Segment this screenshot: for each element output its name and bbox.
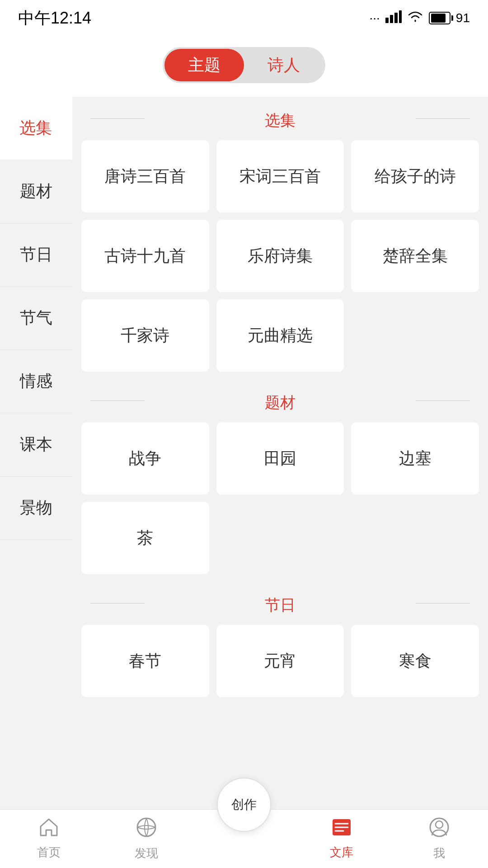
grid-item-empty [351,299,479,372]
discover-icon [136,816,157,842]
grid-row: 战争 田园 边塞 [81,422,479,495]
main-content: 选集 题材 节日 节气 情感 课本 景物 选集 唐诗三百首 [0,97,488,811]
section-header-jieri: 节日 [81,581,479,625]
nav-item-discover[interactable]: 发现 [98,816,195,861]
sidebar-item-xuanji[interactable]: 选集 [0,97,72,160]
grid-row: 茶 [81,502,479,574]
battery-icon [429,12,450,24]
grid-item-chuci[interactable]: 楚辞全集 [351,220,479,292]
grid-item-yuanqu[interactable]: 元曲精选 [216,299,344,372]
grid-item-chunjie[interactable]: 春节 [81,625,209,697]
grid-item-tianyuan[interactable]: 田园 [216,422,344,495]
grid-row: 千家诗 元曲精选 [81,299,479,372]
library-icon [331,817,352,841]
battery-percent: 91 [456,11,470,25]
svg-point-4 [137,818,155,836]
grid-item-gushi19[interactable]: 古诗十九首 [81,220,209,292]
grid-item-empty [216,502,344,574]
grid-item-songci[interactable]: 宋词三百首 [216,140,344,212]
svg-rect-0 [385,18,389,23]
nav-label-me: 我 [433,845,445,861]
grid-item-biansai[interactable]: 边塞 [351,422,479,495]
nav-item-library[interactable]: 文库 [293,817,390,860]
grid-item-hanshi[interactable]: 寒食 [351,625,479,697]
tab-theme[interactable]: 主题 [164,49,244,81]
grid-item-qianjia[interactable]: 千家诗 [81,299,209,372]
profile-icon [428,816,450,842]
status-time: 中午12:14 [18,7,91,29]
wifi-icon [407,10,423,26]
nav-item-me[interactable]: 我 [390,816,488,861]
svg-rect-2 [394,13,398,23]
content-area: 选集 唐诗三百首 宋词三百首 给孩子的诗 古诗十九首 乐府诗集 楚辞全集 [72,97,488,811]
nav-item-home[interactable]: 首页 [0,817,98,860]
sidebar: 选集 题材 节日 节气 情感 课本 景物 [0,97,72,811]
fab-container: 创作 [217,778,271,832]
grid-item-zhanzheng[interactable]: 战争 [81,422,209,495]
nav-label-discover: 发现 [135,845,158,861]
section-header-xuanji: 选集 [81,97,479,140]
nav-label-library: 文库 [330,844,353,860]
sidebar-item-qinggan[interactable]: 情感 [0,350,72,413]
signal-bars-icon [385,10,402,26]
grid-item-yuefu[interactable]: 乐府诗集 [216,220,344,292]
create-fab-button[interactable]: 创作 [217,778,271,832]
grid-row: 古诗十九首 乐府诗集 楚辞全集 [81,220,479,292]
grid-item-yuanxiao[interactable]: 元宵 [216,625,344,697]
svg-rect-1 [390,15,393,23]
grid-item-haizi[interactable]: 给孩子的诗 [351,140,479,212]
home-icon [38,817,60,841]
sidebar-item-ticai[interactable]: 题材 [0,160,72,223]
nav-label-home: 首页 [37,844,61,860]
grid-row: 唐诗三百首 宋词三百首 给孩子的诗 [81,140,479,212]
fab-label: 创作 [231,797,257,812]
status-icons: ··· 91 [370,10,470,26]
grid-row: 春节 元宵 寒食 [81,625,479,697]
grid-item-empty [351,502,479,574]
sidebar-item-jieri[interactable]: 节日 [0,223,72,287]
svg-point-10 [436,821,443,828]
section-header-ticai: 题材 [81,379,479,422]
toggle-bar: 主题 诗人 [0,36,488,97]
signal-dots-icon: ··· [370,11,380,25]
sidebar-item-jieqi[interactable]: 节气 [0,287,72,350]
tab-poet[interactable]: 诗人 [244,49,324,81]
status-bar: 中午12:14 ··· 91 [0,0,488,36]
svg-rect-3 [399,10,402,23]
sidebar-item-keben[interactable]: 课本 [0,413,72,476]
grid-item-cha[interactable]: 茶 [81,502,209,574]
toggle-container: 主题 诗人 [163,47,325,83]
grid-item-tangshi[interactable]: 唐诗三百首 [81,140,209,212]
sidebar-item-jingwu[interactable]: 景物 [0,476,72,540]
